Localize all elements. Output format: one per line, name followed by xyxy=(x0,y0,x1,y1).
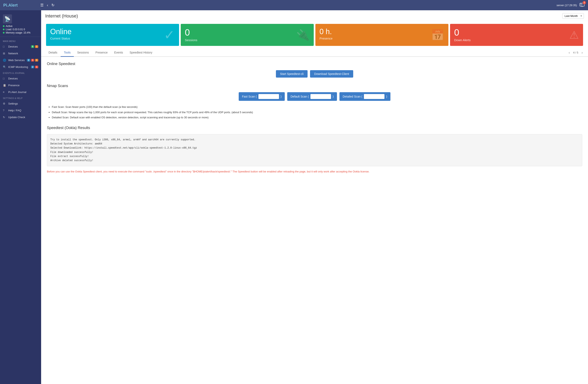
tab-events[interactable]: Events xyxy=(111,49,126,57)
load-label: Load: 0.03 0.01 0 xyxy=(6,28,25,31)
fast-scan-input[interactable] xyxy=(258,94,279,99)
tab-sessions[interactable]: Sessions xyxy=(74,49,92,57)
events-label: EVENTS & JOURNAL xyxy=(0,70,41,75)
load-dot xyxy=(3,29,4,30)
tab-presence[interactable]: Presence xyxy=(92,49,111,57)
sidebar-item-network-label: Network xyxy=(8,52,18,55)
fast-scan-label: Fast Scan ( xyxy=(242,95,257,98)
code-line-4: File downloaded successfully! xyxy=(50,150,579,154)
refresh-icon[interactable]: ↻ xyxy=(51,3,55,7)
back-icon[interactable]: ‹ xyxy=(47,3,48,7)
update-icon: ↻ xyxy=(3,116,7,119)
icmp-badge-blue: 2 xyxy=(31,66,34,68)
tab-navigation: ‹ 4 / 5 › xyxy=(567,50,584,55)
page-header: Internet (House) Last Month Last Week La… xyxy=(41,10,588,21)
download-speedtest-button[interactable]: Download Speedtest-Client xyxy=(310,70,353,78)
nav-icons: ☰ ‹ ↻ xyxy=(40,3,55,7)
detailed-scan-button[interactable]: Detailed Scan ( ) xyxy=(339,92,390,101)
svg-rect-5 xyxy=(582,5,582,6)
devices-badge-orange: 1 xyxy=(35,45,38,48)
main-menu-label: MAIN MENU xyxy=(0,39,41,43)
card-presence-icon: 📅 xyxy=(431,29,444,41)
settings-label: SETTINGS & HELP xyxy=(0,95,41,100)
code-line-6: Archive deleted successfully! xyxy=(50,158,579,162)
svg-rect-1 xyxy=(580,3,582,4)
devices-badges: 5 1 xyxy=(31,45,38,48)
presence-icon: 📋 xyxy=(3,84,7,87)
code-line-5: File extract successfully! xyxy=(50,154,579,158)
nmap-detailed-desc: Detailed Scan: Default scan with enabled… xyxy=(52,115,582,120)
sidebar-item-update[interactable]: ↻ Update Check xyxy=(0,114,41,121)
memory-label: Memory usage: 10.4% xyxy=(6,31,30,34)
card-sessions-icon: 🔌 xyxy=(296,29,310,41)
sidebar-item-network[interactable]: ⊞ Network xyxy=(0,50,41,57)
sidebar-item-web-services[interactable]: 🌐 Web Services 2 1 1 xyxy=(0,57,41,64)
tab-speedtest-history[interactable]: Speedtest History xyxy=(126,49,156,57)
card-online-value: Online xyxy=(50,28,175,35)
tab-details[interactable]: Details xyxy=(45,49,61,57)
page-title: Internet (House) xyxy=(45,13,78,19)
sidebar-item-presence-label: Presence xyxy=(8,84,20,87)
default-scan-input[interactable] xyxy=(311,94,331,99)
card-presence-value: 0 h. xyxy=(319,28,444,35)
code-line-1: Try to install the speedtest. Only i386,… xyxy=(50,138,579,142)
sidebar-item-presence[interactable]: 📋 Presence xyxy=(0,82,41,89)
brand-pi: Pi xyxy=(3,3,7,7)
icmp-badges: 2 1 xyxy=(31,66,38,68)
fast-scan-button[interactable]: Fast Scan ( ) xyxy=(239,92,285,101)
warning-text: Before you can use the Ookla Speedtest c… xyxy=(47,170,582,174)
memory-dot xyxy=(3,32,4,34)
sidebar-item-settings-label: Settings xyxy=(8,102,18,105)
speedtest-title: Online Speedtest xyxy=(47,62,582,66)
sidebar-item-icmp[interactable]: 🔍 ICMP Monitoring 2 1 xyxy=(0,64,41,70)
server-label: server (17:29:35) xyxy=(557,4,577,7)
nmap-description-list: Fast Scan: Scan fewer ports (100) than t… xyxy=(47,105,582,120)
devices-icon: □ xyxy=(3,45,7,48)
results-code-box: Try to install the speedtest. Only i386,… xyxy=(47,134,582,166)
results-title: Speedtest (Ookla) Results xyxy=(47,126,582,130)
sidebar-item-devices[interactable]: □ Devices 5 1 xyxy=(0,43,41,50)
sidebar-item-devices-journal[interactable]: □ Devices xyxy=(0,75,41,82)
icmp-icon: 🔍 xyxy=(3,66,7,68)
load-status: Load: 0.03 0.01 0 xyxy=(3,28,38,31)
card-online-label: Current Status xyxy=(50,37,175,40)
tab-tools[interactable]: Tools xyxy=(61,49,74,57)
default-scan-label: Default Scan ( xyxy=(291,95,309,98)
detailed-scan-input[interactable] xyxy=(364,94,384,99)
card-down-alerts: 0 Down Alerts ⚠ xyxy=(450,24,583,46)
card-down-alerts-value: 0 xyxy=(454,28,579,37)
sidebar-item-devices-journal-label: Devices xyxy=(8,77,18,80)
tab-next-button[interactable]: › xyxy=(580,50,584,55)
sidebar-item-devices-label: Devices xyxy=(8,45,18,48)
code-line-3: Selected Downloadlink: https://install.s… xyxy=(50,146,579,150)
speedtest-results-section: Speedtest (Ookla) Results Try to install… xyxy=(47,126,582,174)
nmap-fast-desc: Fast Scan: Scan fewer ports (100) than t… xyxy=(52,105,582,109)
brand-logo[interactable]: Pi.Alert xyxy=(3,3,36,8)
speedtest-buttons: Start Speedtest-cli Download Speedtest-C… xyxy=(47,70,582,78)
menu-icon[interactable]: ☰ xyxy=(40,3,43,7)
sidebar-item-help[interactable]: ? Help / FAQ xyxy=(0,107,41,114)
sidebar-item-pi-journal-label: Pi.Alert Journal xyxy=(8,90,26,94)
period-dropdown[interactable]: Last Month Last Week Last Day xyxy=(562,13,584,19)
web-badges: 2 1 1 xyxy=(27,59,38,62)
main-content: Internet (House) Last Month Last Week La… xyxy=(41,10,588,384)
settings-icon: ⚙ xyxy=(3,102,7,105)
memory-status: Memory usage: 10.4% xyxy=(3,31,38,34)
tab-prev-button[interactable]: ‹ xyxy=(567,50,571,55)
start-speedtest-button[interactable]: Start Speedtest-cli xyxy=(276,70,308,78)
svg-rect-2 xyxy=(580,4,583,5)
sidebar-item-pi-alert-journal[interactable]: ≡ Pi.Alert Journal xyxy=(0,89,41,95)
devices-badge-green: 5 xyxy=(31,45,34,48)
notification-icon[interactable]: 2 xyxy=(579,2,585,8)
card-sessions-label: Sessions xyxy=(185,38,310,42)
notification-badge: 2 xyxy=(583,1,586,4)
card-sessions-value: 0 xyxy=(185,28,310,37)
nmap-title: Nmap Scans xyxy=(47,84,582,88)
network-icon: ⊞ xyxy=(3,52,7,55)
sidebar-item-settings[interactable]: ⚙ Settings xyxy=(0,100,41,107)
active-label: Active xyxy=(6,25,13,28)
status-cards: Online Current Status ✓ 0 Sessions 🔌 0 h… xyxy=(41,21,588,49)
default-scan-button[interactable]: Default Scan ( ) xyxy=(287,92,337,101)
card-presence-label: Presence xyxy=(319,37,444,40)
web-badge-orange: 1 xyxy=(35,59,38,62)
